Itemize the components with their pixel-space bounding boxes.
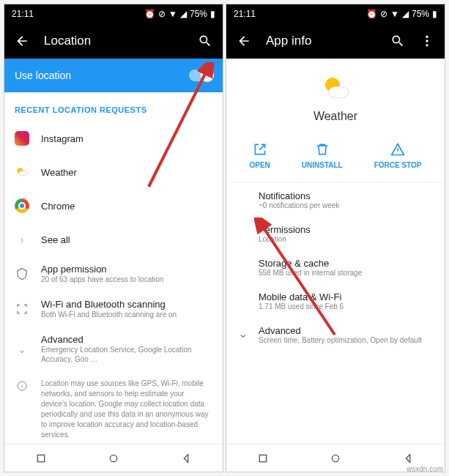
svg-point-1 (19, 171, 28, 176)
battery-icon: ▮ (210, 9, 215, 19)
phone-app-info: 21:11 ⏰ ⊘ ▼ ◢ 75% ▮ App info Weather OPE… (226, 4, 445, 472)
status-time: 21:11 (12, 9, 34, 19)
open-button[interactable]: OPEN (249, 142, 270, 169)
permissions-row[interactable]: Permissions Location (226, 217, 445, 250)
notifications-row[interactable]: Notifications ~0 notifications per week (226, 183, 445, 217)
app-permission-row[interactable]: App permission 20 of 63 apps have access… (4, 256, 223, 291)
adv-sub: Emergency Location Service, Google Locat… (41, 345, 212, 364)
chevron-down-icon: ⌄ (15, 342, 29, 357)
wifi-icon: ▼ (390, 9, 399, 19)
chevron-down-icon: ⌄ (238, 325, 250, 341)
svg-point-5 (426, 36, 428, 38)
description-block: Location may use sources like GPS, Wi-Fi… (4, 371, 223, 447)
wifi-icon: ▼ (168, 9, 177, 19)
page-title: Location (44, 34, 183, 48)
alarm-icon: ⏰ (366, 9, 377, 19)
nav-recents[interactable] (33, 450, 49, 466)
nav-recents[interactable] (255, 450, 271, 466)
app-label: Instagram (41, 133, 212, 144)
permission-icon (15, 267, 29, 281)
description-text: Location may use sources like GPS, Wi-Fi… (41, 379, 212, 440)
force-label: FORCE STOP (374, 161, 422, 169)
use-location-label: Use location (15, 70, 189, 81)
open-icon (253, 142, 267, 157)
svg-rect-10 (259, 455, 266, 461)
overflow-button[interactable] (420, 34, 434, 48)
chrome-icon (15, 198, 29, 213)
search-button[interactable] (198, 34, 212, 48)
uninstall-button[interactable]: UNINSTALL (302, 142, 343, 169)
back-button[interactable] (15, 34, 29, 48)
storage-row[interactable]: Storage & cache 558 MB used in internal … (226, 250, 445, 284)
storage-label: Storage & cache (259, 258, 433, 269)
app-row-chrome[interactable]: Chrome (4, 189, 223, 223)
perm-label: App permission (41, 264, 212, 275)
status-bar: 21:11 ⏰ ⊘ ▼ ◢ 75% ▮ (4, 4, 223, 23)
signal-icon: ◢ (402, 9, 409, 19)
advanced-row[interactable]: ⌄ Advanced Screen time, Battery optimiza… (226, 318, 445, 352)
instagram-icon (15, 131, 29, 146)
action-row: OPEN UNINSTALL FORCE STOP (226, 130, 445, 183)
svg-point-11 (332, 455, 338, 461)
notif-label: Notifications (259, 190, 433, 201)
scan-label: Wi-Fi and Bluetooth scanning (41, 299, 212, 310)
scan-sub: Both Wi-Fi and Bluetooth scanning are on (41, 310, 212, 319)
svg-point-7 (426, 44, 428, 46)
chevron-right-icon: › (15, 232, 29, 247)
adv-label: Advanced (41, 334, 212, 345)
trash-icon (315, 142, 330, 157)
storage-sub: 558 MB used in internal storage (259, 269, 433, 277)
svg-point-4 (110, 455, 116, 461)
data-row[interactable]: Mobile data & Wi-Fi 1.71 MB used since F… (226, 284, 445, 318)
see-all-row[interactable]: › See all (4, 223, 223, 256)
adv-label: Advanced (259, 325, 422, 336)
phone-location-settings: 21:11 ⏰ ⊘ ▼ ◢ 75% ▮ Location Use locatio… (4, 4, 223, 472)
page-title: App info (266, 34, 376, 48)
weather-app-icon (321, 73, 350, 103)
app-row-weather[interactable]: Weather (4, 155, 223, 189)
adv-sub: Screen time, Battery optimization, Open … (259, 336, 422, 344)
status-icons: ⏰ ⊘ ▼ ◢ 75% ▮ (366, 9, 437, 19)
perm-sub: Location (259, 235, 433, 243)
advanced-row[interactable]: ⌄ Advanced Emergency Location Service, G… (4, 327, 223, 371)
status-time: 21:11 (234, 9, 256, 19)
battery-pct: 75% (190, 9, 207, 19)
back-button[interactable] (237, 34, 251, 48)
force-stop-button[interactable]: FORCE STOP (374, 142, 422, 169)
nav-home[interactable] (105, 450, 122, 466)
svg-rect-3 (37, 455, 44, 461)
app-hero: Weather (226, 59, 445, 130)
app-label: Chrome (41, 201, 212, 212)
use-location-switch[interactable] (189, 70, 212, 81)
perm-label: Permissions (259, 224, 433, 235)
status-icons: ⏰ ⊘ ▼ ◢ 75% ▮ (144, 9, 215, 19)
app-bar: App info (226, 23, 445, 59)
weather-icon (15, 165, 29, 179)
signal-icon: ◢ (180, 9, 187, 19)
battery-icon: ▮ (432, 9, 437, 19)
watermark: wsxdn.com (407, 465, 443, 473)
scanning-icon (15, 302, 29, 316)
nav-home[interactable] (327, 450, 344, 466)
nav-back[interactable] (400, 450, 416, 466)
svg-point-6 (426, 40, 428, 42)
app-label: Weather (41, 167, 212, 178)
use-location-toggle-row[interactable]: Use location (4, 59, 223, 92)
info-icon (15, 379, 29, 393)
perm-sub: 20 of 63 apps have access to location (41, 275, 212, 284)
search-button[interactable] (390, 34, 405, 48)
svg-point-9 (328, 86, 349, 98)
app-name: Weather (226, 110, 445, 123)
status-bar: 21:11 ⏰ ⊘ ▼ ◢ 75% ▮ (226, 4, 445, 23)
battery-pct: 75% (412, 9, 429, 19)
nav-bar (4, 444, 223, 472)
alarm-icon: ⏰ (144, 9, 155, 19)
scanning-row[interactable]: Wi-Fi and Bluetooth scanning Both Wi-Fi … (4, 291, 223, 327)
nav-back[interactable] (178, 450, 194, 466)
section-header: RECENT LOCATION REQUESTS (4, 92, 223, 122)
dnd-icon: ⊘ (380, 9, 387, 19)
data-label: Mobile data & Wi-Fi (259, 291, 433, 302)
warning-icon (390, 142, 405, 157)
app-row-instagram[interactable]: Instagram (4, 122, 223, 155)
uninstall-label: UNINSTALL (302, 161, 343, 169)
